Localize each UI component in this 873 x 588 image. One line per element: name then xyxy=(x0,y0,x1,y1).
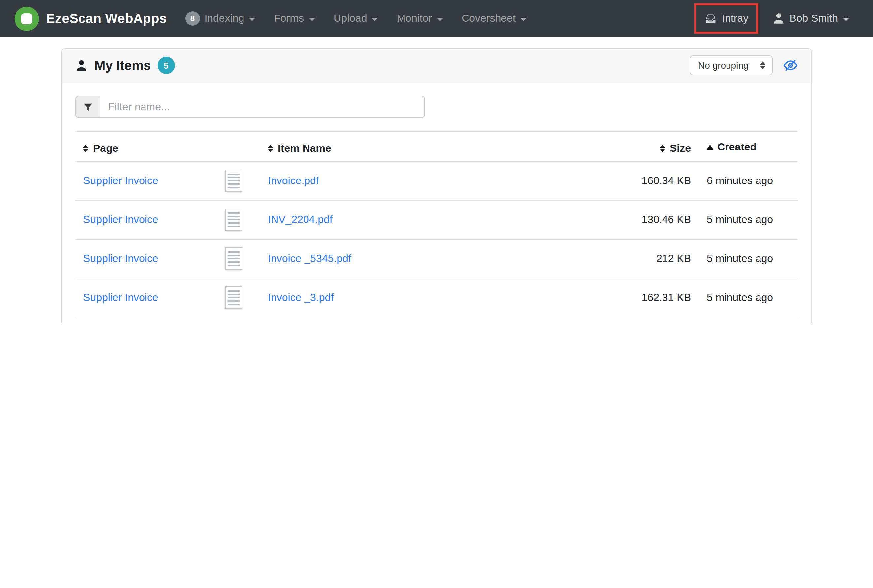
section-title: My Items xyxy=(94,58,151,73)
page-link[interactable]: Supplier Invoice xyxy=(83,214,158,225)
nav-item-user-menu[interactable]: Bob Smith xyxy=(764,7,858,30)
page-link[interactable]: Supplier Invoice xyxy=(83,253,158,264)
column-header-item-name[interactable]: Item Name xyxy=(260,132,600,161)
chevron-down-icon xyxy=(436,18,443,21)
filter-group xyxy=(75,96,425,118)
grouping-select[interactable]: No grouping xyxy=(690,56,773,75)
nav-item-upload[interactable]: Upload xyxy=(324,7,387,30)
document-thumbnail[interactable] xyxy=(225,170,242,192)
chevron-down-icon xyxy=(249,18,255,21)
created-cell: 6 minutes ago xyxy=(699,161,798,200)
nav-item-label: Indexing xyxy=(204,12,244,24)
sort-icon xyxy=(83,144,88,153)
page-link[interactable]: Supplier Invoice xyxy=(83,175,158,186)
user-person-icon xyxy=(773,12,784,24)
document-thumbnail[interactable] xyxy=(225,208,242,231)
person-icon xyxy=(75,59,88,72)
ezescan-logo-icon xyxy=(15,6,39,31)
size-cell: 377.57 KB xyxy=(600,317,699,323)
nav-item-label: Forms xyxy=(274,12,304,24)
page-link[interactable]: Supplier Invoice xyxy=(83,292,158,303)
table-row: Supplier Invoice Invoice _3.pdf 162.31 K… xyxy=(75,278,798,317)
my-items-card-header: My Items 5 No grouping xyxy=(62,49,811,82)
table-header-row: Page Item Name Size Created xyxy=(75,132,798,161)
created-cell: 5 minutes ago xyxy=(699,239,798,278)
size-cell: 212 KB xyxy=(600,239,699,278)
created-cell: 5 minutes ago xyxy=(699,278,798,317)
grouping-selected-value: No grouping xyxy=(698,60,748,70)
nav-item-monitor[interactable]: Monitor xyxy=(387,7,452,30)
nav-item-indexing[interactable]: 8 Indexing xyxy=(176,6,265,31)
eye-slash-icon xyxy=(783,58,798,73)
nav-item-label: Upload xyxy=(333,12,367,24)
document-thumbnail[interactable] xyxy=(225,286,242,309)
nav-item-label: Monitor xyxy=(397,12,432,24)
chevron-down-icon xyxy=(372,18,378,21)
funnel-icon xyxy=(83,102,93,112)
table-row: Supplier Invoice INV_2204.pdf 130.46 KB … xyxy=(75,200,798,239)
item-name-link[interactable]: Invoice _3.pdf xyxy=(268,292,333,303)
navbar-right: Intray Bob Smith xyxy=(694,3,858,34)
main-nav: 8 Indexing Forms Upload Monitor Covershe… xyxy=(176,6,536,31)
page-root: EzeScan WebApps 8 Indexing Forms Upload … xyxy=(0,0,873,323)
chevron-down-icon xyxy=(520,18,527,21)
size-cell: 160.34 KB xyxy=(600,161,699,200)
select-updown-icon xyxy=(760,62,765,69)
created-cell: 5 minutes ago xyxy=(699,200,798,239)
nav-item-intray[interactable]: Intray xyxy=(703,9,750,28)
item-name-link[interactable]: Invoice _5345.pdf xyxy=(268,253,351,264)
sort-icon xyxy=(660,144,665,153)
indexing-count-badge: 8 xyxy=(185,11,200,26)
table-row: Supplier Invoice INVOICE-4667.pdf 377.57… xyxy=(75,317,798,323)
column-header-thumbnail xyxy=(217,132,260,161)
my-items-card: My Items 5 No grouping xyxy=(62,48,812,323)
nav-item-label: Coversheet xyxy=(462,12,516,24)
annotation-highlight-box: Intray xyxy=(694,3,758,34)
filter-button[interactable] xyxy=(75,96,100,118)
document-thumbnail[interactable] xyxy=(225,248,242,270)
hide-section-button[interactable] xyxy=(783,58,798,73)
nav-item-forms[interactable]: Forms xyxy=(265,7,324,30)
column-header-created[interactable]: Created xyxy=(699,132,798,161)
top-navbar: EzeScan WebApps 8 Indexing Forms Upload … xyxy=(0,0,873,37)
intray-inbox-icon xyxy=(704,12,717,25)
item-count-badge: 5 xyxy=(158,57,174,74)
column-header-page[interactable]: Page xyxy=(75,132,217,161)
created-cell: 4 minutes ago xyxy=(699,317,798,323)
size-cell: 130.46 KB xyxy=(600,200,699,239)
my-items-table: Page Item Name Size Created Supplier Inv… xyxy=(75,131,798,323)
nav-item-coversheet[interactable]: Coversheet xyxy=(452,7,536,30)
item-name-link[interactable]: Invoice.pdf xyxy=(268,175,319,186)
item-name-link[interactable]: INV_2204.pdf xyxy=(268,214,333,225)
sort-ascending-icon xyxy=(707,144,713,150)
brand-title: EzeScan WebApps xyxy=(46,11,166,26)
sort-icon xyxy=(268,144,273,153)
size-cell: 162.31 KB xyxy=(600,278,699,317)
chevron-down-icon xyxy=(843,18,849,21)
table-row: Supplier Invoice Invoice _5345.pdf 212 K… xyxy=(75,239,798,278)
user-name-label: Bob Smith xyxy=(789,12,838,24)
brand[interactable]: EzeScan WebApps xyxy=(15,6,166,31)
intray-label: Intray xyxy=(722,12,748,24)
column-header-size[interactable]: Size xyxy=(600,132,699,161)
chevron-down-icon xyxy=(309,18,315,21)
my-items-card-body: Page Item Name Size Created Supplier Inv… xyxy=(62,82,811,323)
table-row: Supplier Invoice Invoice.pdf 160.34 KB 6… xyxy=(75,161,798,200)
main-content: My Items 5 No grouping xyxy=(62,48,812,323)
filter-name-input[interactable] xyxy=(100,96,425,118)
